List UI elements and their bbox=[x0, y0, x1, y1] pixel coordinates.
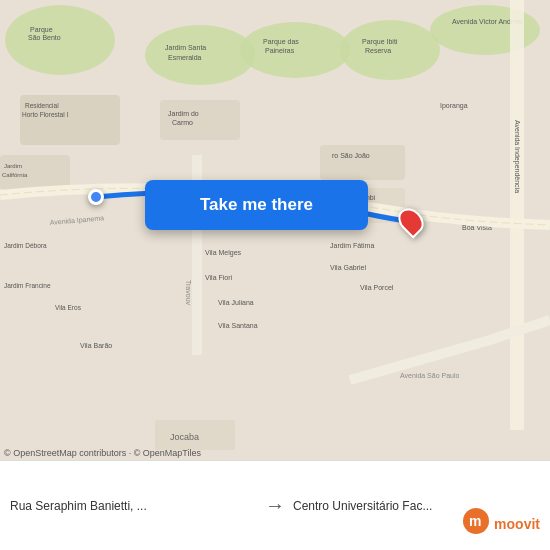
bottom-bar: Rua Seraphim Banietti, ... → Centro Univ… bbox=[0, 460, 550, 550]
svg-text:Horto Florestal I: Horto Florestal I bbox=[22, 111, 68, 118]
from-location: Rua Seraphim Banietti, ... bbox=[10, 499, 257, 513]
moovit-m-icon: m bbox=[462, 507, 490, 540]
map-background: Parque São Bento Jardim Santa Esmeralda … bbox=[0, 0, 550, 460]
svg-text:Jardim Débora: Jardim Débora bbox=[4, 242, 47, 249]
svg-text:Carmo: Carmo bbox=[172, 119, 193, 126]
moovit-logo: m moovit bbox=[462, 507, 540, 540]
svg-text:ro São João: ro São João bbox=[332, 152, 370, 159]
destination-marker bbox=[400, 207, 422, 235]
svg-text:Paineiras: Paineiras bbox=[265, 47, 295, 54]
svg-text:Esmeralda: Esmeralda bbox=[168, 54, 202, 61]
svg-text:Vila Fiori: Vila Fiori bbox=[205, 274, 233, 281]
arrow-icon: → bbox=[265, 494, 285, 517]
svg-text:Iporanga: Iporanga bbox=[440, 102, 468, 110]
app-container: Parque São Bento Jardim Santa Esmeralda … bbox=[0, 0, 550, 550]
take-me-there-button[interactable]: Take me there bbox=[145, 180, 368, 230]
svg-text:Vila Barão: Vila Barão bbox=[80, 342, 112, 349]
svg-text:m: m bbox=[469, 513, 481, 529]
svg-text:Parque das: Parque das bbox=[263, 38, 299, 46]
svg-text:Jardim Fátima: Jardim Fátima bbox=[330, 242, 374, 249]
svg-text:Jardim Francine: Jardim Francine bbox=[4, 282, 51, 289]
origin-marker bbox=[88, 189, 104, 205]
map-area: Parque São Bento Jardim Santa Esmeralda … bbox=[0, 0, 550, 460]
svg-text:Vila Porcel: Vila Porcel bbox=[360, 284, 394, 291]
map-attribution: © OpenStreetMap contributors · © OpenMap… bbox=[4, 448, 201, 458]
svg-point-7 bbox=[240, 22, 350, 78]
svg-text:Jocaba: Jocaba bbox=[170, 432, 199, 442]
svg-rect-41 bbox=[510, 0, 524, 430]
svg-text:Parque: Parque bbox=[30, 26, 53, 34]
svg-text:Avenida Independência: Avenida Independência bbox=[513, 120, 521, 193]
svg-text:Jardim Santa: Jardim Santa bbox=[165, 44, 206, 51]
svg-text:Califórnia: Califórnia bbox=[2, 172, 28, 178]
svg-text:Jardim do: Jardim do bbox=[168, 110, 199, 117]
svg-text:Residencial: Residencial bbox=[25, 102, 59, 109]
svg-text:Avenida São Paulo: Avenida São Paulo bbox=[400, 372, 460, 379]
from-section: Rua Seraphim Banietti, ... bbox=[10, 499, 257, 513]
svg-text:Parque Ibiti: Parque Ibiti bbox=[362, 38, 398, 46]
svg-text:Vila Eros: Vila Eros bbox=[55, 304, 82, 311]
svg-text:Travouv: Travouv bbox=[185, 280, 192, 306]
svg-text:Vila Juliana: Vila Juliana bbox=[218, 299, 254, 306]
svg-text:Vila Gabriel: Vila Gabriel bbox=[330, 264, 367, 271]
svg-text:Vila Santana: Vila Santana bbox=[218, 322, 258, 329]
svg-text:Jardim: Jardim bbox=[4, 163, 22, 169]
svg-text:São Bento: São Bento bbox=[28, 34, 61, 41]
svg-rect-25 bbox=[320, 145, 405, 180]
svg-text:Vila Melges: Vila Melges bbox=[205, 249, 242, 257]
svg-text:Reserva: Reserva bbox=[365, 47, 391, 54]
moovit-brand-text: moovit bbox=[494, 516, 540, 532]
